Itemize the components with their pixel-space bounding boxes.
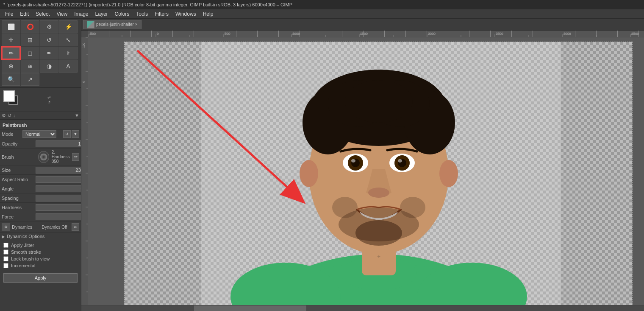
tool-options-tab-icon1[interactable]: ⚙ [2, 113, 6, 118]
mode-label: Mode [2, 132, 21, 137]
incremental-checkbox[interactable] [3, 263, 8, 268]
mode-reset-btn[interactable]: ↺ [63, 130, 71, 138]
brush-name: 2. Hardness 050 [52, 150, 70, 164]
image-canvas[interactable]: ✦ [88, 37, 644, 305]
size-input[interactable] [36, 167, 81, 174]
brush-info: 2. Hardness 050 [52, 150, 70, 164]
angle-label: Angle [2, 186, 36, 191]
rotate-tool[interactable]: ↺ [40, 34, 58, 46]
panel-menu-icon[interactable]: ▼ [75, 113, 79, 118]
incremental-item: Incremental [3, 262, 78, 269]
horizontal-scrollbar[interactable] [81, 305, 644, 311]
svg-point-67 [351, 159, 355, 163]
angle-row: Angle ↺ ⊕ [0, 184, 81, 193]
dynamics-row: ⚙ Dynamics Dynamics Off ✏ [0, 221, 81, 233]
tool-grid: ⬜ ⭕ ⚙ ⚡ ✛ ⊞ ↺ ⤡ ✏ ◻ ✒ ⚕ ⊕ ≋ ◑ A 🔍 ↗ [0, 19, 81, 88]
force-input[interactable] [36, 213, 81, 220]
title-text: * [pexels-justin-shaifer-501272-1222271]… [3, 2, 292, 7]
image-tabs: pexels-justin-shaifer × [81, 19, 644, 31]
paintbrush-tool[interactable]: ✏ [2, 47, 20, 59]
tool-options-tab-icon3[interactable]: ↓ [13, 113, 16, 118]
svg-point-73 [355, 220, 402, 246]
smooth-stroke-item: Smooth stroke [3, 249, 78, 255]
dynamics-edit-btn[interactable]: ✏ [72, 223, 79, 231]
fuzzy-select-tool[interactable]: ⚡ [59, 20, 78, 33]
opacity-input[interactable] [36, 140, 81, 147]
mode-extra-btn[interactable]: ▼ [72, 130, 79, 138]
color-swatches: ⇄ ↺ [0, 88, 81, 112]
mode-icons: ↺ ▼ [63, 130, 79, 138]
lock-brush-checkbox[interactable] [3, 256, 8, 261]
menu-colors[interactable]: Colors [111, 10, 133, 18]
svg-text:-500: -500 [89, 32, 96, 36]
opacity-row: Opacity ↺ ▼ [0, 139, 81, 148]
lock-brush-label: Lock brush to view [11, 256, 50, 261]
canvas-body: -100 0 [81, 37, 644, 305]
menu-help[interactable]: Help [200, 10, 217, 18]
brush-edit-btn[interactable]: ✏ [72, 153, 79, 161]
text-tool[interactable]: A [59, 60, 78, 73]
rectangle-select-tool[interactable]: ⬜ [2, 20, 20, 33]
move-tool[interactable]: ✛ [2, 34, 20, 46]
menu-select[interactable]: Select [32, 10, 53, 18]
spacing-input[interactable] [36, 195, 81, 202]
svg-text:✦: ✦ [377, 254, 381, 260]
toolbox: ⬜ ⭕ ⚙ ⚡ ✛ ⊞ ↺ ⤡ ✏ ◻ ✒ ⚕ ⊕ ≋ ◑ A 🔍 ↗ [0, 19, 81, 311]
image-frame: ✦ [124, 42, 633, 305]
ellipse-select-tool[interactable]: ⭕ [21, 20, 39, 33]
foreground-color-swatch[interactable] [3, 90, 15, 102]
menu-windows[interactable]: Windows [172, 10, 200, 18]
ruler-corner [81, 31, 88, 37]
menu-layer[interactable]: Layer [92, 10, 111, 18]
title-bar: * [pexels-justin-shaifer-501272-1222271]… [0, 0, 644, 9]
checkbox-section: Apply Jitter Smooth stroke Lock brush to… [0, 240, 81, 271]
heal-tool[interactable]: ⚕ [59, 47, 78, 59]
brush-preview[interactable] [38, 151, 49, 163]
dynamics-label: Dynamics [12, 224, 40, 230]
swap-colors-icon[interactable]: ⇄ [47, 95, 51, 99]
hardness-input[interactable] [36, 204, 81, 211]
menu-file[interactable]: File [2, 10, 17, 18]
menu-view[interactable]: View [53, 10, 71, 18]
opacity-label: Opacity [2, 141, 36, 146]
angle-input[interactable] [36, 185, 81, 192]
eraser-tool[interactable]: ◻ [21, 47, 39, 59]
svg-text:1500: 1500 [360, 32, 368, 36]
zoom-tool[interactable]: 🔍 [2, 73, 20, 86]
svg-text:500: 500 [225, 32, 230, 36]
menu-image[interactable]: Image [71, 10, 92, 18]
vertical-ruler: -100 0 [81, 37, 88, 305]
pencil-tool[interactable]: ✒ [40, 47, 58, 59]
free-select-tool[interactable]: ⚙ [40, 20, 58, 33]
clone-tool[interactable]: ⊕ [2, 60, 20, 73]
smooth-stroke-label: Smooth stroke [11, 249, 41, 255]
svg-text:1000: 1000 [292, 32, 300, 36]
svg-text:0: 0 [157, 32, 159, 36]
tool-options-title: Paintbrush [0, 121, 81, 129]
apply-jitter-checkbox[interactable] [3, 243, 8, 248]
dodge-burn-tool[interactable]: ◑ [40, 60, 58, 73]
svg-point-71 [332, 197, 358, 218]
smudge-tool[interactable]: ≋ [21, 60, 39, 73]
reset-colors-icon[interactable]: ↺ [47, 100, 51, 104]
tool-options-panel: Paintbrush Mode Normal Multiply Screen O… [0, 120, 81, 311]
menu-edit[interactable]: Edit [17, 10, 32, 18]
menu-tools[interactable]: Tools [133, 10, 151, 18]
apply-button[interactable]: Apply [3, 273, 78, 283]
image-tab-1[interactable]: pexels-justin-shaifer × [83, 20, 142, 29]
menu-filters[interactable]: Filters [151, 10, 172, 18]
incremental-label: Incremental [11, 263, 35, 268]
color-picker-tool[interactable]: ↗ [21, 73, 39, 86]
svg-text:0: 0 [82, 81, 85, 83]
main-layout: ⬜ ⭕ ⚙ ⚡ ✛ ⊞ ↺ ⤡ ✏ ◻ ✒ ⚕ ⊕ ≋ ◑ A 🔍 ↗ [0, 19, 644, 311]
tool-options-tab-icon2[interactable]: ↺ [8, 113, 11, 118]
ruler-marks-v: -100 0 [81, 37, 88, 305]
mode-select[interactable]: Normal Multiply Screen Overlay [22, 130, 56, 138]
dynamics-options-header[interactable]: ▶ Dynamics Options [0, 233, 81, 240]
smooth-stroke-checkbox[interactable] [3, 249, 8, 255]
spacing-row: Spacing ↺ ⊕ [0, 193, 81, 203]
svg-point-69 [368, 188, 389, 198]
aspect-ratio-input[interactable] [36, 176, 81, 183]
alignment-tool[interactable]: ⊞ [21, 34, 39, 46]
scale-tool[interactable]: ⤡ [59, 34, 78, 46]
